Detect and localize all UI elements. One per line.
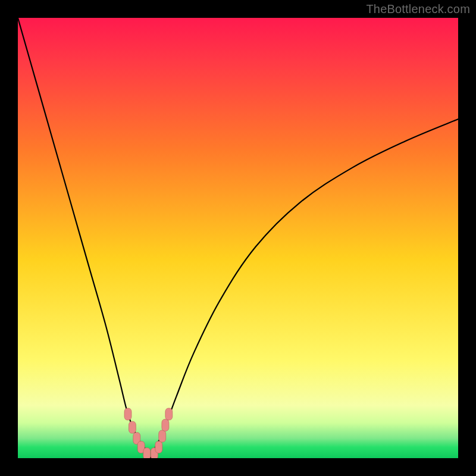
curve-marker	[129, 421, 136, 433]
curve-marker	[155, 441, 162, 453]
curve-marker	[159, 430, 166, 442]
curve-marker	[143, 448, 151, 458]
gradient-field	[18, 18, 458, 458]
curve-marker	[162, 419, 169, 431]
curve-marker	[124, 408, 131, 420]
bottleneck-chart	[18, 18, 458, 458]
curve-marker	[165, 408, 173, 420]
watermark-text: TheBottleneck.com	[366, 2, 470, 16]
chart-frame: TheBottleneck.com	[0, 0, 476, 476]
